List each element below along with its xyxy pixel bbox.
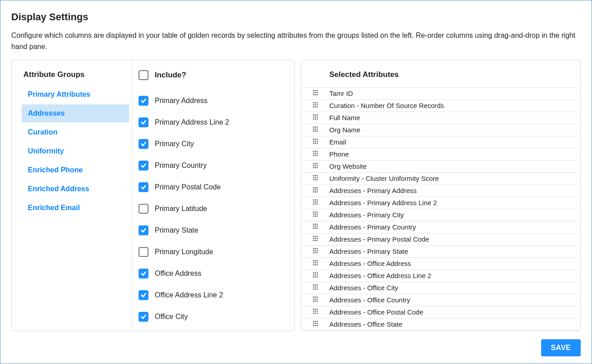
attribute-group-item[interactable]: Uniformity [22,142,129,160]
svg-point-6 [313,94,314,95]
selected-attribute-row[interactable]: Addresses - Office Address [301,258,579,270]
drag-handle-icon[interactable] [312,320,318,328]
drag-handle-icon[interactable] [312,211,318,219]
drag-handle-icon[interactable] [312,199,318,207]
drag-handle-column[interactable] [301,284,329,292]
include-all-checkbox[interactable] [139,70,148,80]
svg-point-129 [313,262,314,264]
selected-attribute-row[interactable]: Curation - Number Of Source Records [301,100,579,112]
selected-attribute-label: Tamr ID [329,90,579,97]
svg-point-56 [317,163,318,164]
drag-handle-column[interactable] [301,162,329,170]
drag-handle-icon[interactable] [312,114,318,121]
selected-attribute-row[interactable]: Org Website [301,161,579,173]
selected-attribute-row[interactable]: Phone [301,148,579,161]
drag-handle-icon[interactable] [312,90,318,97]
drag-handle-column[interactable] [301,199,329,207]
drag-handle-icon[interactable] [312,223,318,231]
drag-handle-icon[interactable] [312,162,318,170]
drag-handle-icon[interactable] [312,247,318,255]
drag-handle-icon[interactable] [312,102,318,109]
svg-point-47 [317,151,318,152]
svg-point-135 [313,272,314,274]
selected-attribute-row[interactable]: Addresses - Office Postal Code [301,306,579,319]
drag-handle-column[interactable] [301,308,329,316]
attribute-group-item[interactable]: Primary Attributes [22,85,129,103]
drag-handle-column[interactable] [301,175,329,182]
drag-handle-column[interactable] [301,150,329,158]
drag-handle-column[interactable] [301,90,329,97]
svg-point-106 [315,228,316,229]
attribute-groups-list: Primary AttributesAddressesCurationUnifo… [22,85,129,217]
svg-point-152 [317,288,318,290]
selected-attribute-row[interactable]: Addresses - Office State [301,319,579,331]
attribute-checkbox[interactable] [139,117,148,127]
attribute-checkbox[interactable] [139,204,148,214]
drag-handle-column[interactable] [301,211,329,219]
selected-attribute-row[interactable]: Addresses - Primary Country [301,221,579,234]
drag-handle-icon[interactable] [312,175,318,182]
svg-point-144 [313,284,314,286]
selected-attribute-row[interactable]: Addresses - Primary Address Line 2 [301,197,579,209]
drag-handle-column[interactable] [301,296,329,304]
svg-point-5 [317,92,318,94]
drag-handle-column[interactable] [301,235,329,243]
selected-attribute-row[interactable]: Addresses - Primary City [301,209,579,221]
attribute-checkbox[interactable] [139,247,148,257]
attribute-checkbox[interactable] [139,161,148,171]
svg-point-32 [317,129,318,130]
attribute-group-item[interactable]: Addresses [22,104,129,122]
attribute-group-item[interactable]: Enriched Phone [22,161,129,179]
drag-handle-column[interactable] [301,102,329,109]
drag-handle-icon[interactable] [312,150,318,158]
selected-attribute-row[interactable]: Email [301,136,579,148]
drag-handle-column[interactable] [301,187,329,194]
drag-handle-column[interactable] [301,114,329,121]
drag-handle-icon[interactable] [312,126,318,134]
selected-attribute-row[interactable]: Full Name [301,112,579,124]
selected-attribute-row[interactable]: Org Name [301,124,579,136]
attribute-label: Primary Country [155,162,207,170]
drag-handle-icon[interactable] [312,308,318,316]
drag-handle-icon[interactable] [312,272,318,279]
selected-attribute-row[interactable]: Addresses - Office City [301,282,579,294]
drag-handle-column[interactable] [301,320,329,328]
selected-attribute-row[interactable]: Tamr ID [301,88,579,100]
selected-attribute-row[interactable]: Addresses - Primary Postal Code [301,234,579,246]
attribute-label: Primary Longitude [155,248,213,256]
drag-handle-column[interactable] [301,260,329,267]
attribute-checkbox[interactable] [139,269,148,279]
drag-handle-column[interactable] [301,138,329,146]
attribute-checkbox[interactable] [139,182,148,192]
svg-point-18 [313,114,314,116]
drag-handle-icon[interactable] [312,296,318,304]
drag-handle-column[interactable] [301,272,329,279]
selected-attribute-row[interactable]: Addresses - Primary State [301,246,579,258]
attribute-checkbox[interactable] [139,312,148,322]
attribute-checkbox[interactable] [139,139,148,149]
selected-attribute-row[interactable]: Addresses - Office Country [301,294,579,306]
selected-attributes-scroll[interactable]: Tamr IDCuration - Number Of Source Recor… [301,87,580,331]
drag-handle-icon[interactable] [312,235,318,243]
drag-handle-icon[interactable] [312,284,318,292]
drag-handle-icon[interactable] [312,187,318,194]
drag-handle-column[interactable] [301,126,329,134]
attribute-group-item[interactable]: Curation [22,123,129,141]
attribute-checkbox[interactable] [139,290,148,300]
drag-handle-column[interactable] [301,247,329,255]
save-button[interactable]: SAVE [541,339,581,356]
attribute-group-item[interactable]: Enriched Email [22,199,129,217]
drag-handle-icon[interactable] [312,138,318,146]
attribute-checkbox[interactable] [139,96,148,106]
svg-point-76 [315,189,316,191]
drag-handle-icon[interactable] [312,260,318,267]
attribute-group-item[interactable]: Enriched Address [22,180,129,198]
attribute-checkbox[interactable] [139,225,148,235]
drag-handle-column[interactable] [301,223,329,231]
selected-attribute-row[interactable]: Addresses - Primary Address [301,185,579,197]
selected-attribute-row[interactable]: Addresses - Office Address Line 2 [301,270,579,282]
selected-attribute-row[interactable]: Uniformity - Cluster Uniformity Score [301,173,579,185]
selected-attribute-label: Addresses - Office State [329,320,579,328]
attributes-column[interactable]: Include? Primary AddressPrimary Address … [132,60,294,331]
selected-attribute-label: Phone [329,150,579,158]
